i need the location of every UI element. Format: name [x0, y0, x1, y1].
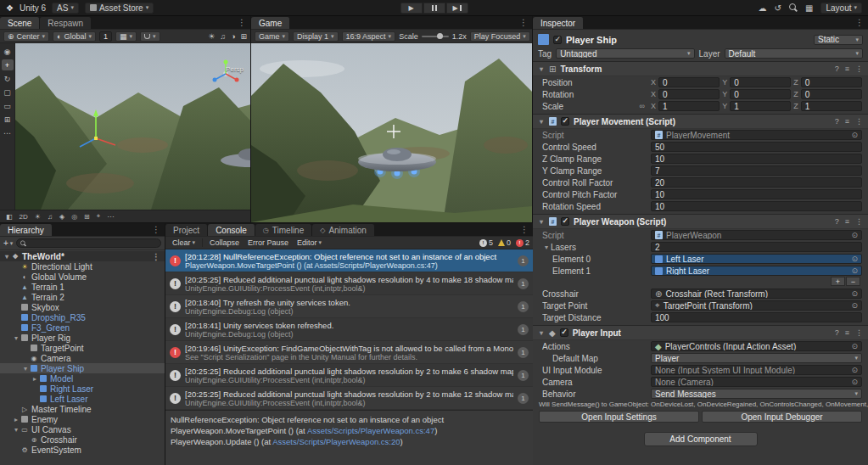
- clear-button[interactable]: Clear▾: [169, 238, 199, 249]
- account-button[interactable]: AS▾: [52, 3, 79, 14]
- object-picker-icon[interactable]: ⊙: [851, 255, 858, 263]
- tab-scene[interactable]: Scene: [0, 17, 40, 29]
- display-dropdown[interactable]: Display 1▾: [293, 31, 339, 42]
- object-picker-icon[interactable]: ⊙: [851, 342, 858, 350]
- behavior-dropdown[interactable]: Send Messages▾: [651, 389, 862, 399]
- search-icon[interactable]: [789, 3, 798, 12]
- scale-slider[interactable]: [422, 36, 449, 37]
- static-dropdown[interactable]: Static▾: [814, 35, 863, 45]
- object-picker-icon[interactable]: ⊙: [851, 289, 858, 298]
- control-speed-field[interactable]: 50: [651, 142, 862, 152]
- presets-icon[interactable]: ≡: [845, 217, 849, 226]
- info-count-toggle[interactable]: !5: [479, 238, 493, 247]
- grid-visibility-icon[interactable]: ⊞: [240, 32, 247, 41]
- help-icon[interactable]: ?: [835, 328, 839, 337]
- rect-tool-icon[interactable]: ▭: [2, 100, 14, 111]
- lasers-foldout-row[interactable]: ▾Lasers 2: [533, 241, 868, 253]
- game-viewport[interactable]: [251, 43, 532, 222]
- snap-toggle-button[interactable]: ▾: [140, 31, 160, 42]
- scale-tool-icon[interactable]: ▢: [2, 87, 14, 98]
- tab-animation[interactable]: ◇Animation: [312, 224, 375, 236]
- rotation-speed-field[interactable]: 10: [651, 201, 862, 211]
- error-count-toggle[interactable]: !2: [516, 238, 529, 247]
- control-roll-factor-field[interactable]: 20: [651, 177, 862, 188]
- target-distance-field[interactable]: 100: [651, 312, 862, 322]
- rotation-z-field[interactable]: 0: [801, 89, 862, 99]
- player-input-header[interactable]: ▾ ◆ Player Input ?≡⋮: [533, 325, 868, 340]
- help-icon[interactable]: ?: [835, 217, 839, 226]
- element0-object-field[interactable]: Left Laser⊙: [651, 254, 862, 264]
- foldout-arrow[interactable]: ▸: [12, 416, 20, 423]
- dock-menu-icon[interactable]: ⋮: [516, 223, 533, 236]
- hierarchy-item[interactable]: ⊕Crosshair: [0, 434, 165, 445]
- hierarchy-item[interactable]: ⚙EventSystem: [0, 445, 165, 455]
- object-picker-icon[interactable]: ⊙: [851, 231, 858, 239]
- tab-timeline[interactable]: ◷Timeline: [255, 224, 312, 236]
- asset-store-button[interactable]: Asset Store▾: [85, 3, 154, 14]
- editor-dropdown[interactable]: Editor▾: [294, 238, 325, 249]
- slider-knob[interactable]: [437, 33, 443, 39]
- foldout-arrow[interactable]: ▾: [21, 365, 30, 373]
- hierarchy-item[interactable]: ▾Player Rig: [0, 333, 165, 343]
- help-icon[interactable]: ?: [835, 117, 839, 126]
- foldout-arrow[interactable]: ▾: [538, 218, 545, 226]
- hierarchy-item[interactable]: ▾▭UI Canvas: [0, 424, 165, 434]
- player-weapon-header[interactable]: ▾ # Player Weapon (Script) ?≡⋮: [533, 214, 868, 229]
- foldout-arrow[interactable]: ▾: [12, 334, 20, 342]
- tab-hierarchy[interactable]: Hierarchy: [0, 224, 53, 236]
- error-pause-toggle[interactable]: Error Pause: [244, 238, 292, 249]
- grid-snap-dropdown[interactable]: ▦▾: [115, 31, 137, 42]
- layers-icon[interactable]: ▦: [805, 3, 813, 13]
- open-input-debugger-button[interactable]: Open Input Debugger: [702, 411, 862, 423]
- object-picker-icon[interactable]: ⊙: [851, 301, 858, 310]
- position-x-field[interactable]: 0: [658, 77, 720, 87]
- scale-y-field[interactable]: 1: [730, 101, 791, 111]
- transform-tool-icon[interactable]: ⊞: [2, 114, 14, 125]
- add-component-button[interactable]: Add Component: [644, 432, 758, 446]
- player-movement-header[interactable]: ▾ # Player Movement (Script) ?≡⋮: [533, 114, 868, 129]
- dock-menu-icon[interactable]: ⋮: [851, 16, 868, 29]
- crosshair-object-field[interactable]: ⊕Crosshair (Rect Transform)⊙: [651, 289, 862, 299]
- actions-object-field[interactable]: ◆PlayerControls (Input Action Asset)⊙: [651, 341, 862, 351]
- play-focused-dropdown[interactable]: Play Focused▾: [470, 31, 530, 42]
- hierarchy-item[interactable]: Right Laser: [0, 384, 165, 394]
- hierarchy-search-input[interactable]: [16, 238, 161, 248]
- aspect-dropdown[interactable]: 16:9 Aspect▾: [342, 31, 396, 42]
- scale-x-field[interactable]: 1: [658, 101, 720, 111]
- scene-fx-icon[interactable]: ◈: [59, 213, 64, 221]
- tab-project[interactable]: Project: [165, 224, 208, 236]
- hierarchy-item[interactable]: ▸Model: [0, 373, 165, 384]
- console-detail-pane[interactable]: NullReferenceException: Object reference…: [165, 410, 533, 465]
- object-picker-icon[interactable]: ⊙: [851, 131, 858, 139]
- game-mode-dropdown[interactable]: Game▾: [255, 31, 289, 42]
- view-tool-icon[interactable]: ◉: [2, 46, 14, 57]
- ui-module-object-field[interactable]: None (Input System UI Input Module)⊙: [651, 365, 862, 375]
- hierarchy-item[interactable]: ◐Global Volume: [0, 272, 165, 282]
- foldout-arrow[interactable]: ▾: [12, 426, 20, 434]
- camera-object-field[interactable]: None (Camera)⊙: [651, 377, 862, 387]
- component-enabled-checkbox[interactable]: [561, 117, 569, 126]
- lighting-toggle-icon[interactable]: ☀: [208, 32, 215, 41]
- presets-icon[interactable]: ≡: [845, 64, 849, 73]
- scale-z-field[interactable]: 1: [801, 101, 862, 111]
- pause-button[interactable]: [423, 3, 445, 14]
- help-icon[interactable]: ?: [835, 64, 839, 73]
- object-picker-icon[interactable]: ⊙: [851, 266, 858, 275]
- kebab-menu-icon[interactable]: ⋮: [855, 117, 863, 126]
- tag-dropdown[interactable]: Untagged▾: [556, 48, 694, 59]
- rotation-x-field[interactable]: 0: [658, 89, 720, 99]
- hierarchy-item[interactable]: TargetPoint: [0, 343, 165, 353]
- kebab-menu-icon[interactable]: ⋮: [855, 64, 863, 73]
- hierarchy-item[interactable]: ☀Directional Light: [0, 261, 165, 272]
- active-checkbox[interactable]: [553, 36, 562, 44]
- foldout-arrow[interactable]: ▾: [538, 65, 545, 73]
- step-button[interactable]: ▶: [446, 3, 468, 14]
- lasers-size-field[interactable]: 2: [651, 242, 862, 252]
- tab-respawn[interactable]: Respawn: [40, 17, 92, 29]
- hierarchy-item[interactable]: ◉Camera: [0, 353, 165, 363]
- 2d-toggle[interactable]: 2D: [20, 213, 28, 221]
- layer-dropdown[interactable]: Default▾: [725, 48, 863, 59]
- dock-menu-icon[interactable]: ⋮: [233, 16, 250, 29]
- audio-toggle-icon[interactable]: ♫: [220, 32, 226, 41]
- foldout-arrow[interactable]: ▾: [542, 244, 551, 251]
